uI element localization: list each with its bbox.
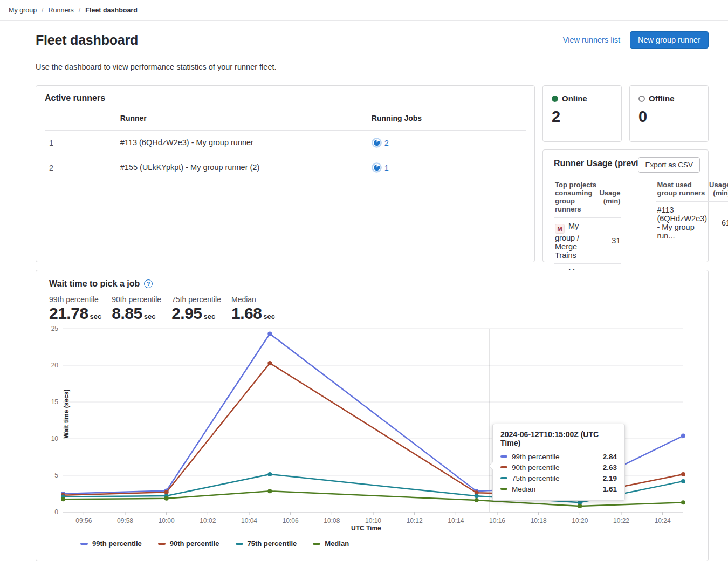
table-row: 2 #155 (ULkKYpkpt) - My group runner (2)…	[45, 155, 526, 180]
stat-value: 21.78	[49, 304, 88, 322]
svg-text:10:18: 10:18	[531, 517, 547, 524]
series-swatch-median	[500, 488, 507, 490]
legend-label: Median	[325, 540, 349, 548]
runner-link[interactable]: #113 (6QHdzW2e3) - My group runner	[120, 131, 372, 155]
online-status-icon	[552, 96, 558, 102]
breadcrumb-separator: /	[79, 6, 80, 14]
wait-time-title: Wait time to pick a job	[49, 279, 140, 289]
offline-label: Offline	[649, 94, 675, 103]
legend-label: 75th percentile	[248, 540, 297, 548]
breadcrumb-current: Fleet dashboard	[85, 6, 138, 14]
tooltip-value: 2.63	[603, 463, 617, 472]
running-status-icon	[372, 138, 382, 148]
legend-label: 90th percentile	[170, 540, 219, 548]
legend-item-median[interactable]: Median	[313, 540, 349, 548]
runner-link[interactable]: #155 (ULkKYpkpt) - My group runner (2)	[120, 155, 372, 180]
stat-unit: sec	[204, 312, 216, 320]
breadcrumb: My group / Runners / Fleet dashboard	[9, 6, 138, 14]
offline-runners-card: Offline 0	[629, 85, 709, 142]
dashboard-left-column: Online 2 Offline 0 Runner Usage (previou…	[542, 85, 709, 262]
tooltip-value: 2.19	[603, 474, 617, 482]
tooltip-value: 2.84	[603, 453, 617, 461]
usage-min-header: Usage (min)	[708, 176, 728, 202]
project-avatar: M	[555, 224, 565, 234]
stat-label: 90th percentile	[112, 295, 161, 304]
stat-label: 75th percentile	[171, 295, 221, 304]
new-group-runner-button[interactable]: New group runner	[630, 31, 709, 49]
tooltip-row: Median 1.61	[500, 483, 617, 494]
svg-text:10:08: 10:08	[324, 517, 340, 524]
tooltip-label: Median	[512, 485, 535, 493]
tooltip-label: 99th percentile	[512, 453, 560, 461]
svg-text:0: 0	[54, 508, 58, 516]
breadcrumb-runners[interactable]: Runners	[49, 6, 74, 14]
svg-text:10:14: 10:14	[448, 517, 464, 524]
legend-item-75th[interactable]: 75th percentile	[236, 540, 297, 548]
runner-rank: 2	[45, 155, 120, 180]
running-jobs-column-header: Running Jobs	[372, 108, 526, 131]
stat-value: 8.85	[112, 304, 142, 322]
offline-count: 0	[638, 108, 699, 126]
project-usage: 31	[598, 218, 621, 264]
svg-text:10:24: 10:24	[655, 517, 671, 524]
view-runners-list-link[interactable]: View runners list	[563, 36, 620, 44]
series-swatch-median	[313, 543, 320, 545]
usage-min-header: Usage (min)	[598, 176, 621, 218]
legend-item-99th[interactable]: 99th percentile	[80, 540, 142, 548]
series-swatch-90th	[158, 543, 166, 545]
tooltip-value: 1.61	[603, 485, 617, 493]
svg-text:10:04: 10:04	[241, 517, 257, 524]
tooltip-label: 75th percentile	[512, 474, 560, 482]
svg-text:10:16: 10:16	[489, 517, 505, 524]
legend-label: 99th percentile	[92, 540, 142, 548]
online-count: 2	[552, 108, 613, 126]
svg-text:15: 15	[51, 398, 59, 406]
runner-name: #113 (6QHdzW2e3) - My group run...	[656, 202, 708, 244]
svg-text:10:10: 10:10	[365, 517, 381, 524]
svg-text:09:56: 09:56	[75, 517, 92, 524]
running-status-icon	[372, 162, 382, 173]
help-icon[interactable]: ?	[144, 279, 153, 288]
stat-75th-percentile: 75th percentile 2.95sec	[171, 295, 221, 323]
stat-label: 99th percentile	[49, 295, 101, 304]
stat-value: 1.68	[231, 304, 262, 322]
stat-value: 2.95	[171, 304, 202, 322]
page-title: Fleet dashboard	[36, 32, 138, 48]
offline-status-icon	[638, 96, 645, 102]
runner-rank: 1	[45, 131, 120, 155]
x-axis-title: UTC Time	[351, 524, 381, 532]
breadcrumb-my-group[interactable]: My group	[9, 6, 37, 14]
chart-legend: 99th percentile 90th percentile 75th per…	[80, 540, 695, 548]
breadcrumb-bar: My group / Runners / Fleet dashboard	[0, 0, 728, 21]
top-projects-header: Top projects consuming group runners	[554, 176, 598, 218]
table-row: MMy group / Merge Trains 31	[554, 218, 621, 264]
runner-usage-card: Runner Usage (previous month) Export as …	[542, 149, 709, 262]
export-csv-button[interactable]: Export as CSV	[638, 157, 700, 173]
wait-time-stats: 99th percentile 21.78sec 90th percentile…	[49, 295, 695, 323]
svg-text:10:20: 10:20	[572, 517, 588, 524]
stat-unit: sec	[90, 312, 102, 320]
tooltip-row: 90th percentile 2.63	[500, 462, 617, 473]
tooltip-row: 75th percentile 2.19	[500, 473, 617, 483]
tooltip-row: 99th percentile 2.84	[500, 451, 617, 462]
svg-text:10:06: 10:06	[283, 517, 299, 524]
most-used-runners-header: Most used group runners	[656, 176, 708, 202]
y-axis-title: Wait time (secs)	[63, 390, 70, 439]
svg-text:09:58: 09:58	[117, 517, 133, 524]
stat-unit: sec	[144, 312, 156, 320]
svg-text:20: 20	[51, 362, 59, 369]
table-row: 1 #113 (6QHdzW2e3) - My group runner 2	[45, 131, 526, 155]
running-jobs-count-link[interactable]: 2	[384, 139, 389, 147]
stat-median: Median 1.68sec	[231, 295, 275, 323]
running-jobs-count-link[interactable]: 1	[384, 163, 389, 172]
svg-text:10:02: 10:02	[200, 517, 216, 524]
legend-item-90th[interactable]: 90th percentile	[158, 540, 219, 548]
page-description: Use the dashboard to view performance st…	[36, 63, 709, 71]
svg-text:10:00: 10:00	[159, 517, 175, 524]
series-swatch-99th	[500, 455, 507, 458]
active-runners-title: Active runners	[45, 93, 526, 103]
wait-time-chart[interactable]: Wait time (secs) 051015202509:5609:5810:…	[49, 325, 696, 535]
stat-90th-percentile: 90th percentile 8.85sec	[112, 295, 161, 323]
stat-unit: sec	[263, 312, 275, 320]
svg-text:10: 10	[51, 435, 59, 442]
